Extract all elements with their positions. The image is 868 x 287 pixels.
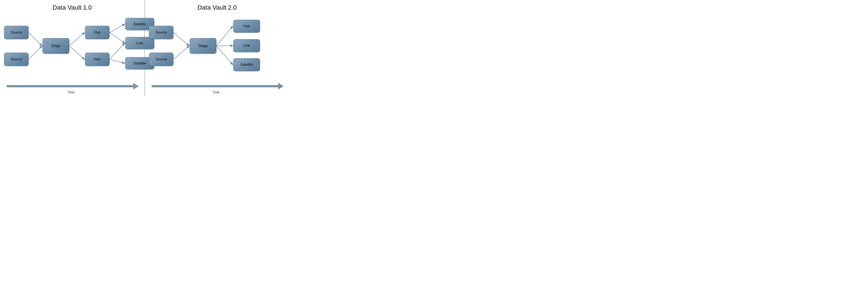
dv2-node-link: Link (233, 39, 260, 52)
dv1-node-hub1: Hub (85, 26, 110, 39)
dv1-node-src1: Source (4, 26, 29, 39)
dv2-time-arrow (152, 83, 283, 90)
dv2-arrowhead (278, 83, 283, 90)
dv2-panel: Data Vault 2.0 Time SourceSourceStageHub… (145, 0, 289, 96)
svg-line-4 (69, 46, 85, 59)
dv1-time-arrow (7, 83, 138, 90)
svg-line-7 (110, 43, 125, 60)
dv1-node-src2: Source (4, 53, 29, 66)
svg-line-5 (110, 24, 125, 33)
dv2-diagram: Time SourceSourceStageHubLinkSatellite (145, 13, 289, 96)
dv2-node-hub: Hub (233, 20, 260, 33)
dv2-title: Data Vault 2.0 (197, 4, 237, 11)
svg-line-12 (216, 26, 233, 46)
dv1-time-label: Time (68, 90, 75, 94)
svg-line-11 (174, 46, 189, 59)
svg-line-2 (29, 46, 42, 59)
dv2-node-src2: Source (149, 53, 174, 66)
dv1-diagram: Time SourceSourceStageHubHubSatelliteLin… (0, 13, 145, 96)
dv1-panel: Data Vault 1.0 Time SourceSourceStageHub… (0, 0, 145, 96)
svg-line-10 (174, 32, 189, 46)
dv2-node-src1: Source (149, 26, 174, 39)
svg-line-6 (110, 32, 125, 43)
dv1-title: Data Vault 1.0 (53, 4, 92, 11)
dv1-node-stage: Stage (42, 38, 69, 54)
svg-line-14 (216, 46, 233, 65)
dv1-arrowhead (133, 83, 138, 90)
dv2-node-sat: Satellite (233, 58, 260, 71)
dv1-node-hub2: Hub (85, 53, 110, 66)
dv2-time-label: Time (213, 90, 220, 94)
svg-line-3 (69, 32, 85, 46)
svg-line-8 (110, 59, 125, 63)
svg-line-1 (29, 32, 42, 46)
svg-line-13 (216, 46, 233, 46)
dv2-node-stage: Stage (190, 38, 216, 54)
